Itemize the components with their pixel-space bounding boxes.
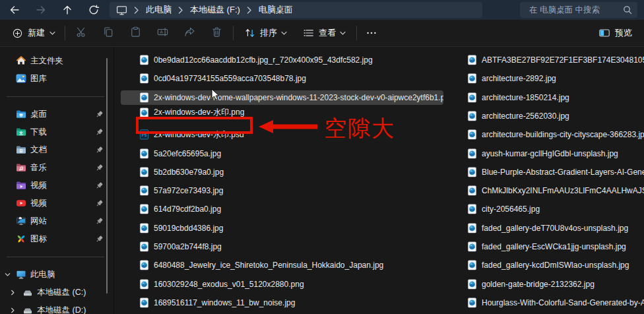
file-row[interactable]: 5a20efc65695a.jpg bbox=[121, 146, 443, 161]
sidebar-item-this-pc[interactable]: 此电脑 bbox=[0, 266, 113, 284]
command-bar: 新建 A 排序 查看 预览 bbox=[0, 20, 644, 47]
file-row[interactable]: 0be9dad12cc66aacddb12cfb.jpg_r_720x400x9… bbox=[121, 53, 443, 67]
search-box[interactable] bbox=[520, 2, 637, 18]
file-row[interactable]: 0cd04a197734155a559acca703548b78.jpg bbox=[121, 71, 443, 86]
file-row[interactable]: architecture-2562030.jpg bbox=[449, 109, 644, 123]
file-row[interactable]: faded_gallery-EscWCka1jjg-unsplash.jpg bbox=[449, 239, 644, 254]
colorful-logo-icon bbox=[16, 234, 26, 244]
up-button[interactable] bbox=[57, 1, 78, 18]
cut-button[interactable] bbox=[68, 22, 95, 44]
image-file-icon bbox=[467, 279, 477, 290]
file-name: architecture-2892.jpg bbox=[482, 74, 556, 83]
file-row[interactable]: 1603029248_exodus_v01_5120x2880.png bbox=[121, 277, 443, 292]
rename-icon: A bbox=[156, 26, 169, 40]
sort-button[interactable]: 排序 bbox=[238, 23, 293, 43]
image-file-icon bbox=[139, 298, 149, 308]
file-row[interactable]: 6480488_Jewelry_ice_Shiretoko_Peninsula_… bbox=[121, 258, 443, 272]
file-name: architecture-1850214.jpg bbox=[482, 93, 569, 102]
file-name: faded_gallery-deT70U8v4os-unsplash.jpg bbox=[482, 224, 628, 233]
image-file-icon bbox=[467, 298, 477, 308]
file-name: 1603029248_exodus_v01_5120x2880.png bbox=[154, 280, 304, 289]
file-row[interactable]: 2x-windows-dev-home-wallpapers-windows-1… bbox=[121, 90, 443, 105]
file-row[interactable]: golden-gate-bridge-2132362.jpg bbox=[449, 277, 644, 292]
image-file-icon bbox=[139, 92, 149, 103]
file-row[interactable]: architecture-buildings-city-cityscape-36… bbox=[449, 127, 644, 142]
sidebar-scrollbar[interactable] bbox=[106, 58, 108, 294]
file-row[interactable]: 5b2db630e79a0.jpg bbox=[121, 165, 443, 179]
sidebar-item-videos[interactable]: 视频 bbox=[0, 177, 113, 195]
search-input[interactable] bbox=[528, 5, 623, 15]
sidebar-item-drive-d[interactable]: 本地磁盘 (D:) bbox=[0, 301, 113, 314]
file-row[interactable]: ABTFA3BE27BF92E72F1EF3BF174E3048105FF7EE… bbox=[449, 53, 644, 67]
file-name: 2x-windows-dev-home-wallpapers-windows-1… bbox=[154, 93, 443, 102]
file-row[interactable]: architecture-2892.jpg bbox=[449, 71, 644, 86]
chevron-right-icon bbox=[173, 6, 189, 15]
toolbar-divider bbox=[356, 26, 357, 40]
forward-button[interactable] bbox=[30, 1, 51, 18]
image-file-icon bbox=[467, 167, 477, 177]
sidebar-item-downloads[interactable]: 下载 bbox=[0, 123, 113, 141]
sidebar-item-label: 本地磁盘 (C:) bbox=[37, 287, 86, 298]
file-row[interactable]: faded_gallery-kcdDmISWlao-unsplash.jpg bbox=[449, 258, 644, 272]
file-name: 1689516117_windows_11_bw_noise.jpg bbox=[154, 298, 295, 307]
file-row[interactable]: 614d79cdf2ba0.jpg bbox=[121, 202, 443, 216]
file-row[interactable]: 59700a2b744f8.jpg bbox=[121, 239, 443, 254]
sidebar-item-label: 图标 bbox=[30, 234, 47, 245]
mouse-cursor bbox=[211, 88, 220, 104]
share-button[interactable] bbox=[176, 22, 203, 44]
file-row[interactable]: Blue-Purple-Abstract-Gradient-Layers-AI-… bbox=[449, 165, 644, 179]
arrow-up-icon bbox=[61, 4, 73, 16]
new-button[interactable]: 新建 bbox=[5, 23, 62, 43]
image-file-icon bbox=[467, 148, 477, 159]
image-file-icon bbox=[139, 260, 149, 270]
preview-button[interactable]: 预览 bbox=[595, 23, 636, 43]
gap-annotation-arrow bbox=[259, 119, 318, 137]
file-row[interactable]: city-2056465.jpg bbox=[449, 202, 644, 216]
file-row[interactable]: architecture-1850214.jpg bbox=[449, 90, 644, 105]
sidebar-item-videos-2[interactable]: 视频 bbox=[0, 195, 113, 212]
sidebar-item-label: 下载 bbox=[30, 127, 47, 138]
web-icon bbox=[16, 216, 26, 226]
chevron-down-icon bbox=[49, 31, 55, 36]
sidebar-item-icons[interactable]: 图标 bbox=[0, 230, 113, 248]
view-button[interactable]: 查看 bbox=[297, 23, 352, 43]
image-file-icon bbox=[467, 129, 477, 140]
sidebar-item-label: 网站 bbox=[30, 216, 47, 227]
copy-button[interactable] bbox=[95, 22, 122, 44]
more-options-button[interactable] bbox=[360, 22, 383, 44]
sidebar-item-music[interactable]: 音乐 bbox=[0, 159, 113, 177]
breadcrumb-item[interactable]: 此电脑 bbox=[145, 4, 173, 16]
breadcrumb: 此电脑本地磁盘 (F:)电脑桌面 bbox=[116, 4, 294, 16]
file-row[interactable]: ayush-kumar-gcllHgIGdbl-unsplash.jpg bbox=[449, 146, 644, 161]
file-row[interactable]: ChMkJlbKxy2INLFmAAUz3LlFmC4AALHwAJSYaMAB… bbox=[449, 183, 644, 198]
ellipsis-icon bbox=[366, 27, 377, 39]
sidebar-item-gallery[interactable]: 图库 bbox=[0, 70, 113, 88]
sidebar-item-desktop[interactable]: 桌面 bbox=[0, 106, 113, 123]
file-row[interactable]: Hourglass-With-Colorful-Sand-Generated-b… bbox=[449, 296, 644, 310]
sort-label: 排序 bbox=[260, 27, 277, 39]
image-file-icon bbox=[467, 185, 477, 196]
breadcrumb-item[interactable]: 电脑桌面 bbox=[257, 4, 294, 16]
sidebar-item-home[interactable]: 主文件夹 bbox=[0, 52, 113, 70]
chevron-right-icon bbox=[9, 307, 16, 314]
file-row[interactable]: 1689516117_windows_11_bw_noise.jpg bbox=[121, 296, 443, 310]
file-row[interactable]: 57a972ce73493.jpg bbox=[121, 183, 443, 198]
sidebar-item-label: 视频 bbox=[30, 198, 47, 209]
refresh-button[interactable] bbox=[83, 1, 104, 18]
gap-annotation-rect bbox=[136, 117, 253, 134]
file-row[interactable]: faded_gallery-deT70U8v4os-unsplash.jpg bbox=[449, 221, 644, 236]
delete-button[interactable] bbox=[203, 22, 230, 44]
rename-button[interactable]: A bbox=[149, 22, 176, 44]
breadcrumb-item[interactable]: 本地磁盘 (F:) bbox=[189, 4, 242, 16]
sidebar-item-label: 图库 bbox=[30, 73, 47, 84]
youtube-icon bbox=[16, 198, 26, 208]
address-bar[interactable]: 此电脑本地磁盘 (F:)电脑桌面 bbox=[110, 2, 482, 18]
back-button[interactable] bbox=[4, 1, 25, 18]
sidebar-item-documents[interactable]: 文档 bbox=[0, 141, 113, 159]
sidebar-item-drive-c[interactable]: 本地磁盘 (C:) bbox=[0, 284, 113, 301]
file-row[interactable]: 59019cbdd4386.jpg bbox=[121, 221, 443, 236]
image-file-icon bbox=[467, 73, 477, 84]
sidebar-item-website[interactable]: 网站 bbox=[0, 212, 113, 230]
paste-button[interactable] bbox=[122, 22, 149, 44]
folder-desktop-icon bbox=[16, 109, 26, 119]
